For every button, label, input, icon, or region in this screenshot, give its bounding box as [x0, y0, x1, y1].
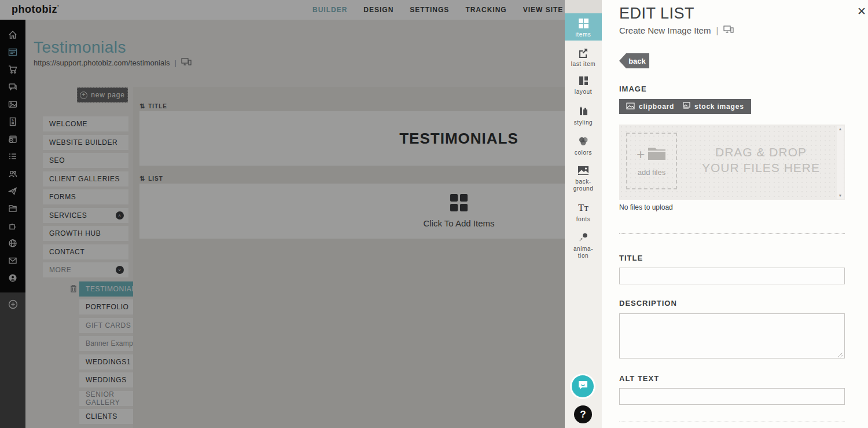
- edit-toolbar: items last item layout styling colors ba…: [565, 0, 602, 428]
- subtitle-separator: |: [716, 25, 718, 35]
- background-icon: [565, 164, 602, 177]
- title-field-label: TITLE: [619, 254, 643, 262]
- fonts-icon: Tт: [565, 202, 602, 214]
- item-devices-icon[interactable]: [723, 25, 734, 35]
- dropzone-scrollbar[interactable]: ▲ ▼: [837, 126, 844, 199]
- layout-icon: [565, 74, 602, 87]
- styling-icon: [565, 105, 602, 118]
- file-dropzone[interactable]: + add files DRAG & DROP YOUR FILES HERE …: [619, 125, 845, 200]
- tab-styling[interactable]: styling: [565, 105, 602, 126]
- back-button[interactable]: back: [619, 53, 649, 68]
- image-section-label: IMAGE: [619, 85, 647, 93]
- stock-images-icon: [682, 102, 690, 111]
- chat-button[interactable]: [572, 375, 594, 397]
- colors-icon: [565, 135, 602, 148]
- panel-title: EDIT LIST: [619, 5, 694, 23]
- alt-text-input[interactable]: [619, 388, 845, 405]
- separator: [619, 422, 845, 422]
- last-item-icon: [565, 46, 602, 59]
- dim-overlay: [0, 0, 565, 428]
- description-textarea[interactable]: [619, 313, 845, 359]
- add-files-button[interactable]: + add files: [626, 133, 677, 189]
- add-files-label: add files: [638, 168, 665, 177]
- help-button[interactable]: ?: [574, 405, 592, 423]
- alt-text-field-label: ALT TEXT: [619, 374, 659, 383]
- stock-images-button[interactable]: stock images: [675, 99, 751, 114]
- items-grid-icon: [565, 17, 602, 30]
- title-input[interactable]: [619, 268, 845, 284]
- drag-drop-text: DRAG & DROP YOUR FILES HERE: [683, 144, 839, 175]
- tab-layout[interactable]: layout: [565, 74, 602, 96]
- image-icon: [626, 103, 635, 111]
- separator: [619, 233, 845, 234]
- tab-colors[interactable]: colors: [565, 135, 602, 156]
- tab-background[interactable]: back- ground: [565, 164, 602, 192]
- scroll-down-icon[interactable]: ▼: [837, 193, 844, 197]
- animation-icon: [565, 231, 602, 244]
- clipboard-button[interactable]: clipboard: [619, 99, 681, 114]
- tab-last-item[interactable]: last item: [565, 46, 602, 68]
- chat-bubble-icon: [578, 380, 589, 393]
- create-new-image-item-link[interactable]: Create New Image Item: [619, 25, 711, 35]
- photobiz-builder-app: photobizʼ BUILDER DESIGN SETTINGS TRACKI…: [0, 0, 868, 428]
- tab-fonts[interactable]: Tт fonts: [565, 202, 602, 223]
- tab-animation[interactable]: anima- tion: [565, 231, 602, 259]
- folder-icon: [647, 146, 667, 163]
- panel-subtitle-row: Create New Image Item |: [619, 25, 734, 35]
- close-icon[interactable]: ✕: [857, 5, 866, 18]
- description-field-label: DESCRIPTION: [619, 299, 677, 308]
- add-files-plus-icon: +: [637, 149, 645, 160]
- toolbar-top-strip: [565, 0, 602, 13]
- scroll-up-icon[interactable]: ▲: [837, 127, 844, 131]
- tab-items[interactable]: items: [565, 13, 602, 41]
- edit-list-panel: EDIT LIST Create New Image Item | back I…: [602, 0, 868, 428]
- help-label: ?: [580, 409, 586, 420]
- upload-status-text: No files to upload: [619, 203, 673, 211]
